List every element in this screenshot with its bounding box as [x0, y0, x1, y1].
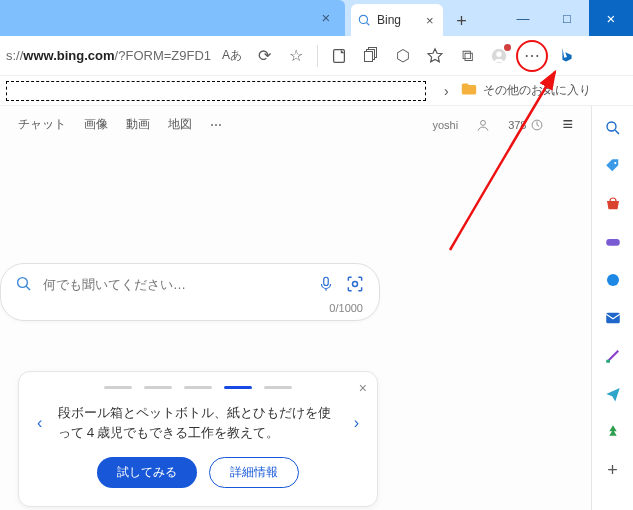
- bing-sidebar-button[interactable]: [552, 41, 582, 71]
- nav-images[interactable]: 画像: [84, 116, 108, 133]
- active-tab[interactable]: Bing ×: [351, 4, 443, 36]
- window-close-button[interactable]: ×: [589, 0, 633, 36]
- sidebar-outlook-icon[interactable]: [603, 308, 623, 328]
- sidebar-games-icon[interactable]: [603, 232, 623, 252]
- collections-button[interactable]: ⧉: [452, 41, 482, 71]
- nav-videos[interactable]: 動画: [126, 116, 150, 133]
- trophy-icon: [530, 118, 544, 132]
- svg-point-10: [353, 282, 358, 287]
- card-text: 段ボール箱とペットボトル、紙とひもだけを使って４歳児でもできる工作を教えて。: [54, 403, 341, 443]
- read-aloud-button[interactable]: ⟳: [249, 41, 279, 71]
- sidebar-send-icon[interactable]: [603, 384, 623, 404]
- translate-button[interactable]: Aあ: [217, 41, 247, 71]
- background-tab[interactable]: ×: [0, 0, 345, 36]
- settings-more-button[interactable]: ⋯: [516, 40, 548, 72]
- title-bar: × Bing × + — □ ×: [0, 0, 633, 36]
- bing-nav: チャット 画像 動画 地図 ⋯ yoshi 378 ≡: [0, 106, 591, 143]
- bing-logo-icon: [556, 45, 578, 67]
- nav-chat[interactable]: チャット: [18, 116, 66, 133]
- new-tab-button[interactable]: +: [447, 6, 477, 36]
- microphone-icon[interactable]: [317, 275, 335, 293]
- char-counter: 0/1000: [329, 302, 363, 314]
- svg-point-5: [481, 120, 486, 125]
- folder-icon[interactable]: [461, 82, 477, 99]
- svg-point-0: [359, 15, 367, 23]
- bookmarks-bar: › その他のお気に入り: [0, 76, 633, 106]
- tab-close-button[interactable]: ×: [423, 13, 437, 28]
- sidebar-tag-icon[interactable]: [603, 156, 623, 176]
- svg-rect-16: [606, 313, 620, 324]
- extensions-button[interactable]: ⬡: [388, 41, 418, 71]
- sidebar-add-button[interactable]: +: [603, 460, 623, 480]
- svg-rect-14: [606, 239, 620, 246]
- try-button[interactable]: 試してみる: [97, 457, 197, 488]
- sidebar-edge-icon[interactable]: [603, 270, 623, 290]
- nav-maps[interactable]: 地図: [168, 116, 192, 133]
- divider: [317, 45, 318, 67]
- visual-search-icon[interactable]: [345, 274, 365, 294]
- user-icon: [476, 118, 490, 132]
- favorite-button[interactable]: ☆: [281, 41, 311, 71]
- page-icon: [330, 47, 348, 65]
- carousel-indicator: [33, 386, 363, 389]
- star-icon: [426, 47, 444, 65]
- selection-marquee: [6, 81, 426, 101]
- svg-point-15: [607, 274, 619, 286]
- sidebar-search-icon[interactable]: [603, 118, 623, 138]
- svg-line-1: [366, 22, 369, 25]
- screenshot-button[interactable]: 🗍: [356, 41, 386, 71]
- user-name[interactable]: yoshi: [432, 119, 458, 131]
- search-icon: [15, 275, 33, 293]
- details-button[interactable]: 詳細情報: [209, 457, 299, 488]
- close-icon[interactable]: ×: [317, 8, 335, 26]
- other-bookmarks-label[interactable]: その他のお気に入り: [483, 82, 591, 99]
- rewards-points[interactable]: 378: [508, 118, 544, 132]
- svg-point-7: [18, 278, 28, 288]
- content-area: チャット 画像 動画 地図 ⋯ yoshi 378 ≡ 0/1000: [0, 106, 633, 510]
- hamburger-menu[interactable]: ≡: [562, 114, 573, 135]
- sidebar-shopping-icon[interactable]: [603, 194, 623, 214]
- address-bar[interactable]: s://www.bing.com/?FORM=Z9FD1: [6, 48, 211, 63]
- svg-point-13: [614, 162, 616, 164]
- nav-more[interactable]: ⋯: [210, 118, 222, 132]
- notification-dot: [504, 44, 511, 51]
- svg-line-12: [615, 130, 619, 134]
- card-next-button[interactable]: ›: [350, 410, 363, 436]
- profile-button[interactable]: [484, 41, 514, 71]
- svg-line-8: [26, 286, 30, 290]
- svg-rect-2: [334, 49, 345, 62]
- sidebar-drop-icon[interactable]: [603, 422, 623, 442]
- svg-rect-9: [324, 277, 329, 285]
- minimize-button[interactable]: —: [501, 0, 545, 36]
- search-input[interactable]: [43, 277, 307, 292]
- favorites-hub-button[interactable]: [420, 41, 450, 71]
- bing-favicon-icon: [357, 13, 371, 27]
- window-controls: — □ ×: [501, 0, 633, 36]
- chevron-right-icon[interactable]: ›: [438, 83, 455, 99]
- page-viewport: チャット 画像 動画 地図 ⋯ yoshi 378 ≡ 0/1000: [0, 106, 591, 510]
- edge-sidebar: +: [591, 106, 633, 510]
- svg-point-11: [607, 122, 616, 131]
- browser-toolbar: s://www.bing.com/?FORM=Z9FD1 Aあ ⟳ ☆ 🗍 ⬡ …: [0, 36, 633, 76]
- card-prev-button[interactable]: ‹: [33, 410, 46, 436]
- sidebar-tools-icon[interactable]: [603, 346, 623, 366]
- svg-rect-17: [606, 360, 610, 363]
- card-close-button[interactable]: ×: [359, 380, 367, 396]
- tab-title: Bing: [377, 13, 401, 27]
- bing-search-box[interactable]: 0/1000: [0, 263, 380, 321]
- svg-point-4: [496, 51, 501, 56]
- maximize-button[interactable]: □: [545, 0, 589, 36]
- suggestion-card: × ‹ 段ボール箱とペットボトル、紙とひもだけを使って４歳児でもできる工作を教え…: [18, 371, 378, 507]
- split-screen-button[interactable]: [324, 41, 354, 71]
